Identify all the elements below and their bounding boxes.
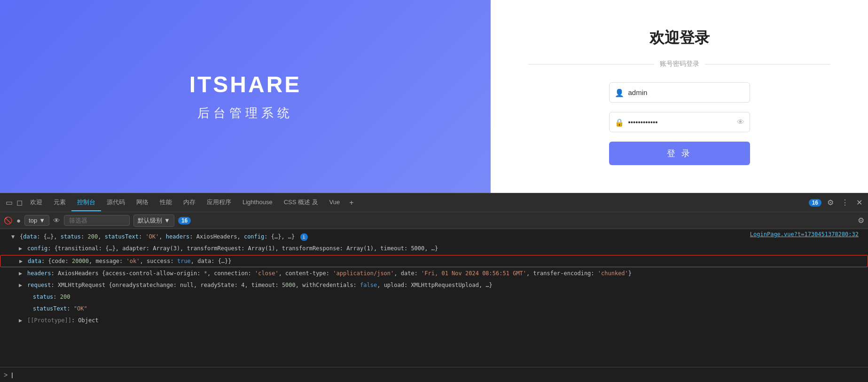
settings-cog-icon[interactable]: ⚙ — [825, 196, 836, 209]
console-row-headers: ▶ headers: AxiosHeaders {access-control-… — [0, 268, 868, 279]
console-text-statustext: statusText: "OK" — [33, 304, 87, 313]
arrow-prototype[interactable]: ▶ — [19, 316, 25, 325]
error-badge: 16 — [809, 199, 821, 207]
subtoolbar-right: ⚙ — [858, 216, 864, 225]
filter-input[interactable] — [64, 215, 130, 226]
level-label: 默认级别 — [138, 216, 162, 225]
tab-performance[interactable]: 性能 — [154, 194, 178, 211]
brand-subtitle: 后台管理系统 — [197, 105, 293, 121]
login-button[interactable]: 登 录 — [609, 142, 750, 165]
console-line-config: ▶ config: {transitional: {…}, adapter: A… — [0, 243, 868, 255]
console-text-0: {data: {…}, status: 200, statusText: 'OK… — [20, 232, 308, 241]
arrow-statustext — [24, 304, 31, 313]
console-text-headers: headers: AxiosHeaders {access-control-al… — [27, 269, 632, 278]
console-row-data: ▶ data: {code: 20000, message: 'ok', suc… — [0, 255, 868, 267]
divider-text: 账号密码登录 — [654, 60, 705, 68]
console-cursor[interactable]: | — [11, 371, 13, 378]
console-text-request: request: XMLHttpRequest {onreadystatecha… — [27, 281, 493, 289]
toolbar-right: 16 ⚙ ⋮ ✕ — [809, 196, 864, 209]
level-dropdown[interactable]: 默认级别 ▼ — [133, 215, 174, 227]
username-group: 👤 — [609, 82, 750, 103]
console-line-0: ▼ {data: {…}, status: 200, statusText: '… — [0, 231, 868, 243]
console-line-request: ▶ request: XMLHttpRequest {onreadystatec… — [0, 279, 868, 291]
login-divider: 账号密码登录 — [528, 60, 830, 68]
console-line-prototype: ▶ [[Prototype]]: Object — [0, 315, 868, 326]
console-row-1: ▶ config: {transitional: {…}, adapter: A… — [0, 243, 868, 255]
console-text-status: status: 200 — [33, 293, 70, 301]
console-row-0: ▼ {data: {…}, status: 200, statusText: '… — [0, 231, 868, 243]
console-line-statustext: statusText: "OK" — [0, 303, 868, 315]
devtools-subtoolbar: 🚫 ● top ▼ 👁 默认级别 ▼ 16 ⚙ — [0, 212, 868, 229]
tab-lighthouse[interactable]: Lighthouse — [237, 195, 278, 210]
arrow-config[interactable]: ▶ — [19, 244, 25, 253]
tab-console[interactable]: 控制台 — [71, 194, 101, 211]
console-line-data: ▶ data: {code: 20000, message: 'ok', suc… — [0, 255, 868, 267]
tab-sources[interactable]: 源代码 — [101, 194, 131, 211]
more-options-icon[interactable]: ⋮ — [839, 196, 851, 209]
username-input[interactable] — [609, 82, 750, 103]
dropdown-chevron: ▼ — [39, 217, 45, 224]
console-content: LoginPage.vue?t=1730451378280:32 ▼ {data… — [0, 229, 868, 367]
tab-css[interactable]: CSS 概述 及 — [278, 194, 324, 211]
console-row-prototype: ▶ [[Prototype]]: Object — [0, 315, 868, 326]
console-row-statustext: statusText: "OK" — [0, 303, 868, 315]
user-icon: 👤 — [615, 88, 624, 97]
devtools-toolbar: ▭ ◻ 欢迎 元素 控制台 源代码 网络 性能 内存 应用程序 Lighthou… — [0, 193, 868, 212]
console-line-headers: ▶ headers: AxiosHeaders {access-control-… — [0, 268, 868, 279]
arrow-data[interactable]: ▶ — [19, 257, 26, 265]
devtools-inspect-icon[interactable]: ◻ — [15, 196, 24, 209]
console-line-status: status: 200 — [0, 291, 868, 303]
close-devtools-icon[interactable]: ✕ — [854, 196, 864, 209]
console-text-data: data: {code: 20000, message: 'ok', succe… — [28, 257, 232, 265]
lock-icon: 🔒 — [615, 118, 624, 127]
left-panel: ITSHARE 后台管理系统 — [0, 0, 491, 193]
clear-console-icon[interactable]: 🚫 — [4, 216, 13, 225]
login-title: 欢迎登录 — [649, 28, 710, 48]
context-dropdown[interactable]: top ▼ — [24, 215, 49, 226]
console-settings-icon[interactable]: ⚙ — [858, 216, 864, 224]
top-label: top — [29, 217, 37, 224]
devtools-sidebar-icon[interactable]: ▭ — [4, 196, 15, 209]
console-input-area: > | — [0, 367, 868, 382]
arrow-status — [24, 293, 31, 301]
tab-vue[interactable]: Vue — [324, 195, 346, 210]
password-group: 🔒 👁 — [609, 112, 750, 132]
console-badge: 16 — [178, 217, 191, 224]
console-row-status: status: 200 — [0, 291, 868, 303]
arrow-0[interactable]: ▼ — [11, 232, 18, 241]
right-panel: 欢迎登录 账号密码登录 👤 🔒 👁 登 录 — [491, 0, 868, 193]
level-chevron: ▼ — [164, 217, 170, 224]
tab-memory[interactable]: 内存 — [178, 194, 201, 211]
tab-add[interactable]: + — [345, 195, 357, 211]
tab-elements[interactable]: 元素 — [48, 194, 71, 211]
tab-welcome[interactable]: 欢迎 — [24, 194, 48, 211]
eye-filter-icon[interactable]: 👁 — [53, 216, 60, 224]
filter-toggle-icon[interactable]: ● — [16, 216, 21, 224]
console-text-prototype: [[Prototype]]: Object — [27, 316, 99, 325]
console-text-config: config: {transitional: {…}, adapter: Arr… — [27, 244, 438, 253]
console-prompt: > — [4, 371, 8, 379]
tab-network[interactable]: 网络 — [131, 194, 154, 211]
console-row-request: ▶ request: XMLHttpRequest {onreadystatec… — [0, 279, 868, 291]
arrow-request[interactable]: ▶ — [19, 281, 25, 289]
brand-title: ITSHARE — [189, 72, 302, 97]
info-badge[interactable]: i — [300, 233, 308, 241]
tab-application[interactable]: 应用程序 — [201, 194, 237, 211]
password-input[interactable] — [609, 112, 750, 132]
devtools-panel: ▭ ◻ 欢迎 元素 控制台 源代码 网络 性能 内存 应用程序 Lighthou… — [0, 193, 868, 382]
arrow-headers[interactable]: ▶ — [19, 269, 25, 278]
eye-icon[interactable]: 👁 — [737, 118, 744, 127]
app-container: ITSHARE 后台管理系统 欢迎登录 账号密码登录 👤 🔒 👁 登 录 — [0, 0, 868, 193]
